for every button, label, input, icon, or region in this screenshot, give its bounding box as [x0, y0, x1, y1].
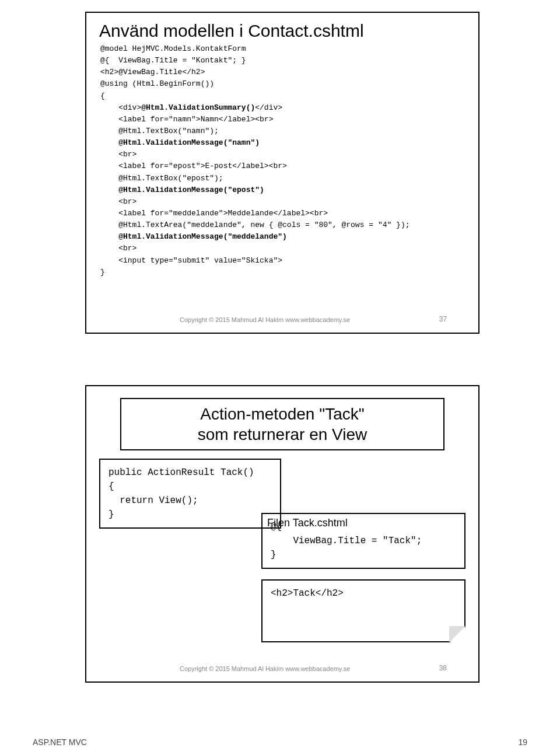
slide-2: Action-metoden "Tack" som returnerar en …	[85, 385, 480, 683]
slide2-title-line2: som returnerar en View	[198, 425, 368, 443]
slide1-copyright: Copyright © 2015 Mahmud Al Hakim www.web…	[180, 316, 350, 323]
slide1-code: @model HejMVC.Models.KontaktForm @{ View…	[86, 43, 478, 278]
slide2-copyright: Copyright © 2015 Mahmud Al Hakim www.web…	[180, 665, 350, 672]
slide2-left-code: public ActionResult Tack() { return View…	[99, 459, 281, 529]
slide2-title-line1: Action-metoden "Tack"	[200, 405, 364, 423]
slide2-right-code-2: <h2>Tack</h2>	[261, 579, 466, 642]
footer-right: 19	[518, 737, 527, 747]
slide1-title: Använd modellen i Contact.cshtml	[86, 13, 478, 43]
slide2-right-code-1: @{ ViewBag.Title = "Tack"; }	[261, 513, 466, 569]
slide1-pagenum: 37	[439, 315, 447, 323]
slide2-title-box: Action-metoden "Tack" som returnerar en …	[120, 398, 444, 450]
footer-left: ASP.NET MVC	[33, 737, 87, 747]
slide2-pagenum: 38	[439, 664, 447, 672]
page-fold-icon	[448, 625, 464, 641]
slide-1: Använd modellen i Contact.cshtml @model …	[85, 12, 480, 334]
page: Använd modellen i Contact.cshtml @model …	[0, 0, 560, 755]
